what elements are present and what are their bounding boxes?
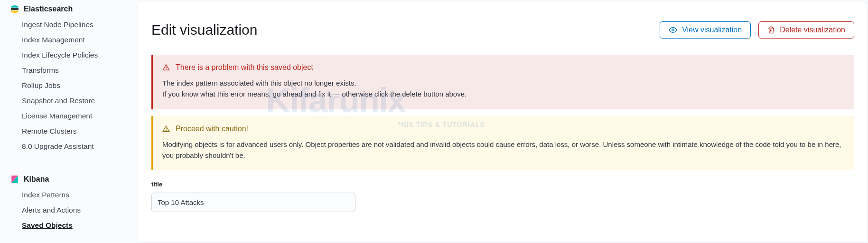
button-label: View visualization	[682, 26, 742, 34]
sidebar-item-ingest-pipelines[interactable]: Ingest Node Pipelines	[9, 17, 138, 32]
svg-point-2	[166, 69, 166, 69]
section-header-elasticsearch: Elasticsearch	[9, 2, 138, 17]
delete-visualization-button[interactable]: Delete visualization	[758, 21, 854, 39]
page-title: Edit visualization	[151, 22, 257, 38]
sidebar-item-index-patterns[interactable]: Index Patterns	[9, 187, 138, 203]
eye-icon	[669, 26, 677, 34]
button-label: Delete visualization	[780, 26, 845, 34]
sidebar-item-ilm[interactable]: Index Lifecycle Policies	[9, 48, 138, 63]
field-title: title	[151, 181, 854, 212]
sidebar: Elasticsearch Ingest Node Pipelines Inde…	[0, 0, 138, 243]
sidebar-item-saved-objects[interactable]: Saved Objects	[9, 218, 138, 233]
section-label: Kibana	[24, 175, 49, 184]
view-visualization-button[interactable]: View visualization	[660, 21, 751, 39]
svg-point-4	[166, 130, 166, 130]
callout-warning-body: Modifying objects is for advanced users …	[162, 139, 845, 161]
trash-icon	[767, 26, 775, 34]
page-header: Edit visualization View visualization De…	[138, 1, 868, 55]
sidebar-item-snapshot-restore[interactable]: Snapshot and Restore	[9, 93, 138, 108]
callout-title-text: Proceed with caution!	[176, 125, 248, 133]
title-input[interactable]	[151, 193, 355, 212]
sidebar-item-rollup[interactable]: Rollup Jobs	[9, 78, 138, 93]
elasticsearch-icon	[10, 5, 19, 13]
callout-title-text: There is a problem with this saved objec…	[176, 63, 313, 72]
callout-error: There is a problem with this saved objec…	[151, 55, 854, 109]
sidebar-item-license[interactable]: License Management	[9, 108, 138, 124]
sidebar-item-alerts-actions[interactable]: Alerts and Actions	[9, 203, 138, 218]
kibana-icon	[10, 175, 19, 184]
callout-warning: Proceed with caution! Modifying objects …	[151, 116, 854, 171]
sidebar-item-transforms[interactable]: Transforms	[9, 63, 138, 78]
header-actions: View visualization Delete visualization	[660, 21, 854, 39]
field-label-title: title	[151, 181, 854, 188]
callout-error-body: The index pattern associated with this o…	[162, 78, 845, 100]
section-label: Elasticsearch	[24, 5, 73, 13]
svg-point-0	[672, 29, 674, 31]
sidebar-item-upgrade-assistant[interactable]: 8.0 Upgrade Assistant	[9, 139, 138, 154]
sidebar-item-index-management[interactable]: Index Management	[9, 32, 138, 48]
alert-icon	[162, 64, 170, 71]
sidebar-item-remote-clusters[interactable]: Remote Clusters	[9, 124, 138, 139]
alert-icon	[162, 125, 170, 133]
section-header-kibana: Kibana	[9, 172, 138, 187]
main-panel: Edit visualization View visualization De…	[138, 1, 868, 243]
